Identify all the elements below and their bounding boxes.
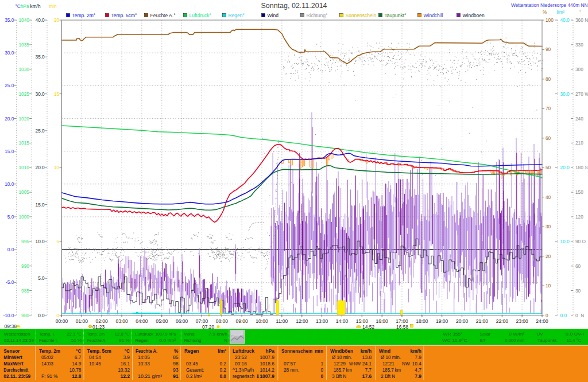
svg-text:0.2 l/m²: 0.2 l/m² (186, 373, 202, 379)
svg-text:93: 93 (173, 367, 179, 373)
svg-text:MinWert: MinWert (3, 354, 22, 360)
svg-text:05:00: 05:00 (156, 318, 168, 324)
svg-text:WR 355°: WR 355° (443, 332, 463, 337)
svg-text:min: min (49, 3, 57, 9)
svg-text:6.7: 6.7 (75, 354, 82, 360)
svg-text:0 W/m²: 0 W/m² (509, 332, 524, 337)
svg-text:0: 0 (546, 313, 548, 318)
svg-text:00:00: 00:00 (56, 318, 68, 324)
svg-text:Richtung: Richtung (184, 338, 201, 343)
svg-text:Durchschnitt: Durchschnitt (3, 367, 28, 373)
svg-text:985: 985 (21, 288, 29, 294)
svg-text:10.0: 10.0 (36, 239, 45, 244)
svg-text:km/h: km/h (361, 348, 372, 354)
svg-text:7.9: 7.9 (415, 354, 421, 360)
svg-text:NW: NW (402, 361, 410, 367)
svg-text:Wind: Wind (268, 13, 279, 18)
svg-text:Temp. I.: Temp. I. (39, 332, 55, 337)
svg-text:1035: 1035 (18, 42, 29, 48)
svg-text:1007.9 hPa: 1007.9 hPa (155, 332, 176, 337)
svg-text:90: 90 (546, 46, 551, 52)
svg-text:11.4 °C: 11.4 °C (567, 338, 582, 343)
svg-text:Richtung°: Richtung° (307, 13, 328, 18)
svg-text:°C: °C (15, 3, 20, 9)
svg-text:14.9: 14.9 (72, 361, 82, 367)
svg-text:14:03: 14:03 (41, 361, 53, 367)
svg-text:22:00: 22:00 (496, 318, 509, 324)
svg-text:10.0: 10.0 (5, 181, 14, 187)
svg-text:5.0: 5.0 (38, 275, 45, 281)
svg-text:02.11.14 23:59: 02.11.14 23:59 (4, 338, 34, 343)
svg-text:0: 0 (320, 373, 323, 379)
svg-text:4.7: 4.7 (415, 367, 421, 373)
svg-text:10.32: 10.32 (118, 367, 130, 373)
svg-text:85: 85 (173, 354, 179, 360)
svg-text:02.11. 23:59: 02.11. 23:59 (3, 373, 30, 379)
svg-text:25.0: 25.0 (36, 128, 45, 134)
svg-text:Temp. 5cm: Temp. 5cm (87, 348, 111, 354)
svg-text:Sonnenschein: Sonnenschein (346, 13, 377, 18)
svg-text:16.1: 16.1 (121, 361, 130, 367)
svg-text:Temp. 2m: Temp. 2m (39, 348, 60, 354)
svg-text:0.0: 0.0 (38, 313, 45, 318)
svg-text:3 Bft N: 3 Bft N (332, 373, 346, 379)
svg-text:%: % (543, 9, 547, 15)
svg-text:19:00: 19:00 (436, 318, 448, 324)
svg-text:08:00: 08:00 (216, 318, 229, 324)
svg-text:WC 11.9°C: WC 11.9°C (442, 338, 467, 343)
svg-text:1014.2: 1014.2 (260, 367, 274, 373)
svg-text:l/m²: l/m² (218, 348, 226, 354)
svg-text:80: 80 (546, 76, 551, 82)
svg-text:0.0: 0.0 (560, 313, 567, 318)
svg-text:0: 0 (57, 313, 60, 318)
svg-text:10:00: 10:00 (256, 318, 268, 324)
svg-text:1: 1 (320, 361, 323, 367)
svg-text:35.0: 35.0 (5, 17, 14, 23)
svg-text:30.0: 30.0 (36, 91, 45, 97)
svg-text:-5.0: -5.0 (6, 279, 14, 285)
svg-text:09:38: 09:38 (5, 323, 17, 329)
svg-text:14:00: 14:00 (336, 318, 349, 324)
svg-text:330: 330 (575, 42, 583, 48)
svg-text:ET: ET (479, 338, 485, 343)
svg-text:70: 70 (546, 106, 551, 111)
svg-text:04:54: 04:54 (89, 354, 101, 360)
svg-text:23:52: 23:52 (235, 354, 247, 360)
svg-text:km/h: km/h (30, 3, 41, 9)
svg-text:Windböen: Windböen (463, 13, 485, 18)
svg-text:Wetterstation Niedersorpe 440m: Wetterstation Niedersorpe 440m NN (511, 2, 588, 8)
svg-text:Sonnenschein: Sonnenschein (281, 348, 312, 354)
svg-text:Regen°: Regen° (229, 13, 245, 18)
svg-text:12.2: 12.2 (121, 373, 130, 379)
svg-text:km/h: km/h (411, 348, 421, 354)
svg-text:995: 995 (21, 239, 29, 244)
svg-text:40.0: 40.0 (36, 17, 45, 23)
svg-text:12:29: 12:29 (334, 361, 346, 367)
svg-text:Solar: Solar (479, 332, 490, 337)
svg-text:04:00: 04:00 (136, 318, 148, 324)
svg-text:180 S: 180 S (575, 165, 588, 170)
svg-text:1020: 1020 (18, 116, 29, 122)
svg-text:Windböen: Windböen (330, 348, 353, 354)
svg-text:1030: 1030 (18, 67, 29, 72)
svg-text:7.7: 7.7 (365, 367, 372, 373)
svg-text:90 O: 90 O (575, 239, 586, 244)
svg-text:13.8: 13.8 (362, 354, 372, 360)
svg-text:^1.3hPa/h: ^1.3hPa/h (233, 367, 254, 373)
svg-text:30: 30 (575, 288, 581, 294)
svg-text:17:00: 17:00 (396, 318, 408, 324)
svg-text:20.0: 20.0 (36, 165, 45, 170)
svg-text:01:23: 01:23 (92, 324, 105, 330)
svg-text:Gesamt:: Gesamt: (186, 367, 204, 373)
svg-text:1040: 1040 (18, 17, 29, 23)
svg-text:1007.9: 1007.9 (260, 354, 274, 360)
svg-text:Taupunkt: Taupunkt (537, 338, 557, 343)
svg-text:3.9: 3.9 (123, 354, 130, 360)
svg-text:12.8 °C: 12.8 °C (115, 332, 130, 337)
svg-text:18:00: 18:00 (416, 318, 428, 324)
svg-text:300: 300 (575, 67, 583, 72)
svg-text:Feuchte I.: Feuchte I. (39, 338, 58, 343)
svg-text:23:00: 23:00 (516, 318, 528, 324)
svg-text:60: 60 (546, 135, 551, 141)
svg-text:07:00: 07:00 (196, 318, 208, 324)
